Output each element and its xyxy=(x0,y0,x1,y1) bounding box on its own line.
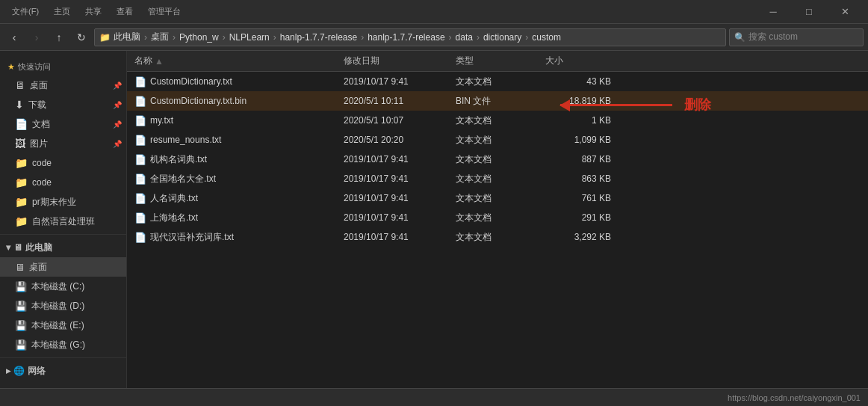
col-header-name[interactable]: 名称 ▲ xyxy=(130,51,339,71)
file-name: 现代汉语补充词库.txt xyxy=(150,231,234,244)
menu-item-share[interactable]: 共享 xyxy=(79,6,108,17)
sidebar-item-drive-c[interactable]: 💾 本地磁盘 (C:) xyxy=(0,277,126,296)
forward-button: › xyxy=(27,28,46,47)
this-pc-label: 此电脑 xyxy=(25,242,52,254)
file-type: 文本文档 xyxy=(451,173,541,185)
sidebar-item-nlp[interactable]: 📁 自然语言处理班 xyxy=(0,212,126,231)
sidebar-item-code2[interactable]: 📁 code xyxy=(0,173,126,192)
col-size-label: 大小 xyxy=(545,55,563,67)
network-label: 网络 xyxy=(28,365,46,378)
back-button[interactable]: ‹ xyxy=(4,28,24,47)
file-type: 文本文档 xyxy=(451,231,541,244)
table-row[interactable]: 📄 机构名词典.txt 2019/10/17 9:41 文本文档 887 KB xyxy=(127,150,868,169)
sidebar: ★ 快速访问 🖥 桌面 📌 ⬇ 下载 📌 📄 文档 📌 🖼 图片 📌 📁 cod… xyxy=(0,51,127,388)
sidebar-item-drive-d[interactable]: 💾 本地磁盘 (D:) xyxy=(0,296,126,316)
folder-homework-icon: 📁 xyxy=(15,196,28,208)
window-controls: ─ □ ✕ xyxy=(756,0,862,24)
addr-segment-4[interactable]: hanlp-1.7.7-release xyxy=(280,32,357,43)
pin-icon-download[interactable]: 📌 xyxy=(113,101,122,109)
sidebar-label-drive-e: 本地磁盘 (E:) xyxy=(31,319,84,332)
addr-segment-3[interactable]: NLPLearn xyxy=(229,32,270,43)
pin-icon-pictures[interactable]: 📌 xyxy=(113,140,122,148)
addr-segment-2[interactable]: Python_w xyxy=(179,32,219,43)
menu-item-file[interactable]: 文件(F) xyxy=(6,6,45,17)
close-button[interactable]: ✕ xyxy=(828,0,862,24)
sidebar-label-drive-c: 本地磁盘 (C:) xyxy=(31,280,84,293)
file-type: 文本文档 xyxy=(451,192,541,205)
menu-item-manage[interactable]: 管理平台 xyxy=(142,6,187,17)
column-headers: 名称 ▲ 修改日期 类型 大小 xyxy=(127,51,868,72)
sidebar-item-drive-e[interactable]: 💾 本地磁盘 (E:) xyxy=(0,316,126,335)
folder-icon: 🖥 xyxy=(15,79,25,91)
file-name: 上海地名.txt xyxy=(150,212,198,224)
minimize-button[interactable]: ─ xyxy=(756,0,790,24)
file-size: 18,819 KB xyxy=(541,96,616,106)
addr-segment-8[interactable]: custom xyxy=(532,32,561,43)
addr-segment-5[interactable]: hanlp-1.7.7-release xyxy=(368,32,444,43)
file-name: my.txt xyxy=(150,115,173,126)
this-pc-header[interactable]: ▾ 🖥 此电脑 xyxy=(0,238,126,257)
main-layout: ★ 快速访问 🖥 桌面 📌 ⬇ 下载 📌 📄 文档 📌 🖼 图片 📌 📁 cod… xyxy=(0,51,868,388)
folder-code1-icon: 📁 xyxy=(15,157,28,169)
file-icon: 📄 xyxy=(134,173,146,185)
file-name: CustomDictionary.txt.bin xyxy=(150,96,247,106)
table-row[interactable]: 📄 全国地名大全.txt 2019/10/17 9:41 文本文档 863 KB xyxy=(127,169,868,188)
file-date: 2019/10/17 9:41 xyxy=(339,154,451,164)
file-date: 2019/10/17 9:41 xyxy=(339,212,451,223)
file-type: 文本文档 xyxy=(451,153,541,166)
sidebar-item-pictures[interactable]: 🖼 图片 📌 xyxy=(0,134,126,153)
docs-icon: 📄 xyxy=(15,118,28,130)
pin-icon-docs[interactable]: 📌 xyxy=(113,120,122,129)
table-row[interactable]: 📄 my.txt 2020/5/1 10:07 文本文档 1 KB xyxy=(127,111,868,130)
sidebar-item-desktop[interactable]: 🖥 桌面 📌 xyxy=(0,76,126,95)
sidebar-label-docs: 文档 xyxy=(32,118,50,131)
addr-segment-6[interactable]: data xyxy=(456,32,473,43)
file-type: BIN 文件 xyxy=(451,95,541,108)
address-icon: 📁 xyxy=(99,32,111,43)
col-date-label: 修改日期 xyxy=(344,55,379,67)
col-header-date[interactable]: 修改日期 xyxy=(339,51,451,71)
col-header-size[interactable]: 大小 xyxy=(541,51,616,71)
network-chevron: ▸ xyxy=(6,366,10,376)
table-row[interactable]: 📄 人名词典.txt 2019/10/17 9:41 文本文档 761 KB xyxy=(127,188,868,208)
sidebar-item-desktop-drive[interactable]: 🖥 桌面 xyxy=(0,257,126,277)
folder-code2-icon: 📁 xyxy=(15,176,28,188)
col-header-type[interactable]: 类型 xyxy=(451,51,541,71)
file-type: 文本文档 xyxy=(451,134,541,147)
this-pc-icon: 🖥 xyxy=(13,242,22,253)
file-date: 2020/5/1 10:11 xyxy=(339,96,451,106)
sidebar-item-download[interactable]: ⬇ 下载 📌 xyxy=(0,95,126,114)
sidebar-item-docs[interactable]: 📄 文档 📌 xyxy=(0,114,126,134)
search-icon: 🔍 xyxy=(734,32,745,43)
addr-segment-7[interactable]: dictionary xyxy=(483,32,521,43)
table-row[interactable]: 📄 CustomDictionary.txt.bin 2020/5/1 10:1… xyxy=(127,91,868,111)
search-bar[interactable]: 🔍 搜索 custom xyxy=(729,28,864,46)
network-header[interactable]: ▸ 🌐 网络 xyxy=(0,361,126,381)
refresh-button[interactable]: ↻ xyxy=(72,28,91,47)
pin-icon-desktop[interactable]: 📌 xyxy=(113,81,122,90)
search-placeholder: 搜索 custom xyxy=(748,31,798,43)
drive-e-icon: 💾 xyxy=(15,320,27,331)
table-row[interactable]: 📄 上海地名.txt 2019/10/17 9:41 文本文档 291 KB xyxy=(127,208,868,227)
file-size: 863 KB xyxy=(541,173,616,184)
file-icon: 📄 xyxy=(134,115,146,126)
file-size: 1,099 KB xyxy=(541,135,616,145)
addr-segment-0[interactable]: 此电脑 xyxy=(114,31,140,43)
file-size: 761 KB xyxy=(541,193,616,203)
sidebar-item-drive-g[interactable]: 💾 本地磁盘 (G:) xyxy=(0,335,126,354)
table-row[interactable]: 📄 CustomDictionary.txt 2019/10/17 9:41 文… xyxy=(127,72,868,91)
table-row[interactable]: 📄 resume_nouns.txt 2020/5/1 20:20 文本文档 1… xyxy=(127,130,868,150)
sidebar-label-desktop-drive: 桌面 xyxy=(29,261,47,274)
menu-item-view[interactable]: 查看 xyxy=(111,6,139,17)
drive-c-icon: 💾 xyxy=(15,281,27,292)
up-button[interactable]: ↑ xyxy=(49,28,69,47)
quick-access-header: ★ 快速访问 xyxy=(0,55,126,76)
file-size: 43 KB xyxy=(541,76,616,87)
table-row[interactable]: 📄 现代汉语补充词库.txt 2019/10/17 9:41 文本文档 3,29… xyxy=(127,227,868,247)
sidebar-item-code1[interactable]: 📁 code xyxy=(0,153,126,173)
addr-segment-1[interactable]: 桌面 xyxy=(151,31,169,43)
sidebar-item-homework[interactable]: 📁 pr期末作业 xyxy=(0,192,126,212)
maximize-button[interactable]: □ xyxy=(792,0,826,24)
menu-item-home[interactable]: 主页 xyxy=(48,6,76,17)
address-bar[interactable]: 📁 此电脑 › 桌面 › Python_w › NLPLearn › hanlp… xyxy=(94,28,726,46)
